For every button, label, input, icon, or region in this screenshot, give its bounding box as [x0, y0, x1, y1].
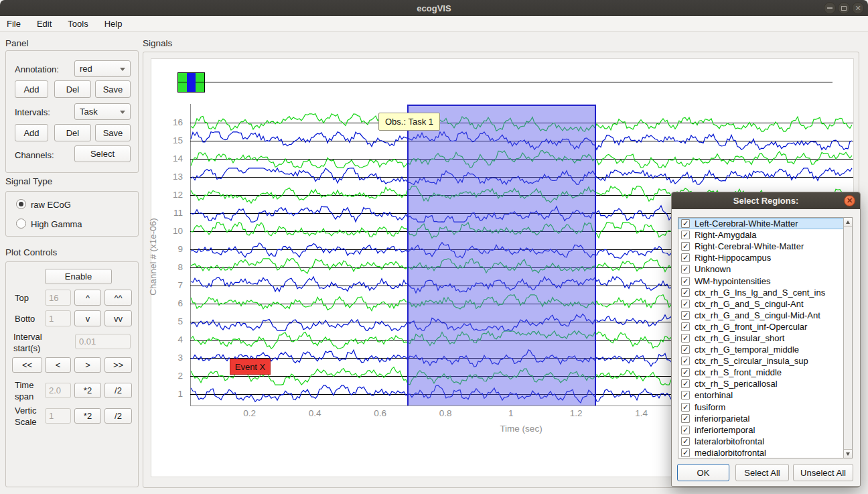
region-list-item[interactable]: ✓ ctx_rh_G_Ins_lg_and_S_cent_ins [678, 287, 844, 298]
region-list-item[interactable]: ✓ ctx_rh_S_front_middle [678, 367, 844, 378]
region-list-item[interactable]: ✓ ctx_rh_G_front_inf-Opercular [678, 321, 844, 332]
step-forward-button[interactable]: > [74, 357, 101, 373]
region-list-item[interactable]: ✓ medialorbitofrontal [678, 447, 844, 458]
channel-up-fast-button[interactable]: ^^ [104, 290, 132, 306]
scroll-down-button[interactable] [844, 449, 852, 458]
time-span-double-button[interactable]: *2 [74, 383, 101, 398]
time-span-half-button[interactable]: /2 [104, 383, 132, 398]
top-input[interactable]: 16 [45, 290, 71, 306]
channel-number: 1 [161, 385, 187, 403]
menu-file[interactable]: File [7, 19, 21, 29]
interval-tooltip: Obs.: Task 1 [378, 113, 440, 131]
checkbox-checked-icon[interactable]: ✓ [681, 277, 690, 286]
checkbox-checked-icon[interactable]: ✓ [681, 426, 690, 434]
checkbox-checked-icon[interactable]: ✓ [681, 219, 690, 228]
maximize-button[interactable] [838, 2, 850, 14]
region-checkbox-list[interactable]: ✓ Left-Cerebral-White-Matter ✓ Right-Amy… [678, 217, 845, 458]
window-controls: ✕ [824, 2, 864, 14]
radio-raw-ecog[interactable] [16, 199, 26, 209]
region-list-item[interactable]: ✓ Left-Cerebral-White-Matter [678, 218, 844, 229]
titlebar[interactable]: ecogVIS ✕ [0, 0, 868, 16]
region-list-item[interactable]: ✓ ctx_rh_S_circular_insula_sup [678, 355, 844, 367]
minimize-button[interactable] [824, 2, 836, 14]
time-span-input[interactable]: 2.0 [45, 383, 71, 398]
event-x-marker[interactable]: Event X [230, 359, 271, 375]
region-list-item[interactable]: ✓ fusiform [678, 402, 844, 413]
region-item-label: ctx_rh_G_front_inf-Opercular [695, 322, 807, 332]
vertical-scale-double-button[interactable]: *2 [74, 408, 101, 424]
enable-button[interactable]: Enable [45, 269, 112, 284]
menu-edit[interactable]: Edit [37, 19, 52, 29]
intervals-del-button[interactable]: Del [54, 124, 91, 141]
region-list-item[interactable]: ✓ Unknown [678, 263, 844, 275]
annotation-combobox[interactable]: red [74, 60, 131, 77]
step-back-button[interactable]: < [45, 357, 71, 373]
region-list-item[interactable]: ✓ ctx_rh_S_pericallosal [678, 378, 844, 389]
dialog-titlebar[interactable]: Select Regions: ✕ [672, 192, 860, 209]
select-all-button[interactable]: Select All [735, 464, 789, 481]
checkbox-checked-icon[interactable]: ✓ [681, 288, 690, 297]
channel-number: 8 [161, 258, 187, 276]
menu-help[interactable]: Help [104, 19, 123, 29]
unselect-all-button[interactable]: Unselect All [793, 464, 853, 481]
region-list-item[interactable]: ✓ lateralorbitofrontal [678, 436, 844, 447]
time-overview-widget[interactable] [177, 72, 205, 92]
checkbox-checked-icon[interactable]: ✓ [681, 368, 690, 377]
region-list-item[interactable]: ✓ inferiortemporal [678, 424, 844, 436]
channel-down-fast-button[interactable]: vv [104, 310, 132, 326]
checkbox-checked-icon[interactable]: ✓ [681, 403, 690, 412]
region-list-item[interactable]: ✓ Right-Cerebral-White-Matter [678, 241, 844, 252]
checkbox-checked-icon[interactable]: ✓ [681, 253, 690, 262]
close-button[interactable]: ✕ [852, 2, 864, 14]
overview-current-window[interactable] [187, 73, 196, 92]
channels-select-button[interactable]: Select [74, 145, 131, 162]
list-scrollbar[interactable] [843, 217, 853, 458]
vertical-scale-input[interactable]: 1 [45, 408, 71, 424]
radio-high-gamma[interactable] [16, 219, 26, 229]
interval-start-input[interactable]: 0.01 [75, 334, 131, 349]
region-list-item[interactable]: ✓ ctx_rh_G_and_S_cingul-Ant [678, 298, 844, 310]
region-list-item[interactable]: ✓ ctx_rh_G_and_S_cingul-Mid-Ant [678, 310, 844, 321]
checkbox-checked-icon[interactable]: ✓ [681, 231, 690, 239]
intervals-save-button[interactable]: Save [95, 124, 131, 141]
checkbox-checked-icon[interactable]: ✓ [681, 379, 690, 388]
intervals-combobox[interactable]: Task [74, 103, 131, 120]
checkbox-checked-icon[interactable]: ✓ [681, 448, 690, 457]
region-list-item[interactable]: ✓ Right-Amygdala [678, 229, 844, 241]
region-list-item[interactable]: ✓ ctx_rh_G_insular_short [678, 332, 844, 344]
annotation-add-button[interactable]: Add [15, 80, 48, 98]
region-list-item[interactable]: ✓ WM-hypointensities [678, 275, 844, 286]
page-forward-button[interactable]: >> [104, 357, 132, 373]
region-list-item[interactable]: ✓ entorhinal [678, 389, 844, 401]
checkbox-checked-icon[interactable]: ✓ [681, 357, 690, 365]
vertical-scale-half-button[interactable]: /2 [104, 408, 132, 424]
checkbox-checked-icon[interactable]: ✓ [681, 322, 690, 331]
checkbox-checked-icon[interactable]: ✓ [681, 437, 690, 446]
dialog-close-button[interactable]: ✕ [844, 195, 855, 206]
checkbox-checked-icon[interactable]: ✓ [681, 345, 690, 354]
checkbox-checked-icon[interactable]: ✓ [681, 242, 690, 251]
page-back-button[interactable]: << [12, 357, 42, 373]
menu-tools[interactable]: Tools [68, 19, 88, 29]
annotation-del-button[interactable]: Del [54, 80, 91, 98]
panel-section-title: Panel [5, 38, 29, 48]
checkbox-checked-icon[interactable]: ✓ [681, 300, 690, 308]
annotation-save-button[interactable]: Save [95, 80, 131, 98]
channel-number: 5 [161, 312, 187, 330]
task-interval-region[interactable] [407, 105, 596, 406]
checkbox-checked-icon[interactable]: ✓ [681, 265, 690, 273]
checkbox-checked-icon[interactable]: ✓ [681, 414, 690, 423]
checkbox-checked-icon[interactable]: ✓ [681, 311, 690, 320]
channel-down-button[interactable]: v [74, 310, 101, 326]
checkbox-checked-icon[interactable]: ✓ [681, 334, 690, 343]
region-list-item[interactable]: ✓ Right-Hippocampus [678, 252, 844, 263]
ok-button[interactable]: OK [677, 464, 729, 481]
checkbox-checked-icon[interactable]: ✓ [681, 391, 690, 399]
intervals-add-button[interactable]: Add [15, 124, 48, 141]
region-list-item[interactable]: ✓ inferiorparietal [678, 413, 844, 424]
region-list-item[interactable]: ✓ ctx_rh_G_temporal_middle [678, 344, 844, 355]
channel-up-button[interactable]: ^ [74, 290, 101, 306]
region-item-label: entorhinal [695, 390, 733, 400]
scroll-up-button[interactable] [844, 218, 852, 227]
bottom-input[interactable]: 1 [45, 310, 71, 326]
